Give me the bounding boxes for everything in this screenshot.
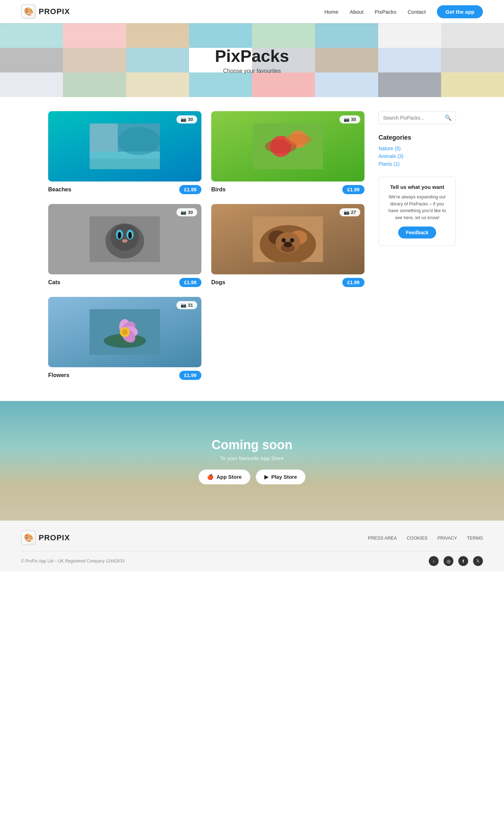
app-store-button[interactable]: 🍎 App Store: [199, 470, 250, 484]
search-icon[interactable]: 🔍: [445, 114, 452, 121]
pack-image-beaches: 📷 30: [48, 111, 201, 182]
nav-pixpacks[interactable]: PixPacks: [375, 9, 396, 15]
hero-cell: [126, 48, 189, 72]
svg-rect-2: [90, 123, 118, 152]
pack-badge-birds: 📷 30: [340, 115, 360, 123]
category-animals[interactable]: Animals (3): [379, 153, 456, 159]
instagram-icon[interactable]: ◎: [444, 556, 453, 566]
hero-cell: [189, 23, 252, 48]
hero-cell: [315, 23, 378, 48]
footer-cookies[interactable]: COOKIES: [407, 535, 427, 541]
hero-cell: [0, 23, 63, 48]
pack-footer-birds: Birds £1.99: [211, 185, 364, 194]
packs-grid: 📷 30 Beaches £1.99: [48, 111, 364, 380]
hero-cell: [441, 23, 504, 48]
pack-price-dogs[interactable]: £1.99: [342, 278, 364, 287]
footer-logo[interactable]: 🎨 PROPIX: [21, 530, 70, 545]
svg-rect-4: [90, 159, 160, 169]
hero-cell: [315, 72, 378, 97]
footer-privacy[interactable]: PRIVACY: [437, 535, 457, 541]
hero-cell: [252, 72, 315, 97]
pack-name-flowers: Flowers: [48, 372, 69, 378]
pack-price-cats[interactable]: £1.99: [179, 278, 201, 287]
main-content: 📷 30 Beaches £1.99: [27, 97, 477, 394]
pack-footer-beaches: Beaches £1.99: [48, 185, 201, 194]
categories-section: Categories Nature (5) Animals (3) Plants…: [379, 134, 456, 167]
get-app-button[interactable]: Get the app: [437, 5, 483, 18]
facebook-icon[interactable]: f: [458, 556, 468, 566]
category-plants[interactable]: Plants (1): [379, 161, 456, 167]
pack-image-flowers: 📷 31: [48, 297, 201, 367]
camera-icon: 📷: [344, 117, 349, 122]
hero-banner: PixPacks Choose your favourites: [0, 23, 504, 97]
hero-cell: [378, 72, 441, 97]
hero-cell: [441, 48, 504, 72]
tell-text: We're always expanding our library of Pi…: [386, 193, 448, 221]
sidebar: 🔍 Categories Nature (5) Animals (3) Plan…: [379, 111, 456, 380]
coming-soon-content: Coming soon To your favourite App Store …: [199, 438, 305, 484]
pack-count-cats: 30: [188, 210, 193, 215]
footer-bottom: © ProPix App Ltd – UK Registered Company…: [21, 551, 483, 566]
logo[interactable]: 🎨 PROPIX: [21, 4, 70, 19]
footer-top: 🎨 PROPIX PRESS AREA COOKIES PRIVACY TERM…: [21, 530, 483, 551]
store-buttons: 🍎 App Store ▶ Play Store: [199, 470, 305, 484]
svg-point-15: [118, 232, 121, 239]
category-nature[interactable]: Nature (5): [379, 146, 456, 151]
pack-count-flowers: 31: [188, 303, 193, 308]
pack-image-cats: 📷 30: [48, 204, 201, 274]
tiktok-icon[interactable]: ♪: [429, 556, 439, 566]
pack-image-birds: 📷 30: [211, 111, 364, 182]
footer-logo-text: PROPIX: [39, 533, 70, 542]
search-box[interactable]: 🔍: [379, 111, 456, 124]
footer-terms[interactable]: TERMS: [467, 535, 483, 541]
pack-badge-beaches: 📷 30: [176, 115, 197, 123]
pack-card-cats[interactable]: 📷 30 Cats £1.99: [48, 204, 201, 287]
pack-name-dogs: Dogs: [211, 279, 225, 286]
hero-title: PixPacks: [215, 46, 289, 66]
footer-copyright: © ProPix App Ltd – UK Registered Company…: [21, 559, 124, 564]
camera-icon: 📷: [181, 303, 186, 308]
hero-cell: [126, 72, 189, 97]
pack-image-dogs: 📷 27: [211, 204, 364, 274]
play-icon: ▶: [264, 474, 269, 480]
camera-icon: 📷: [181, 117, 186, 122]
pack-price-birds[interactable]: £1.99: [342, 185, 364, 194]
hero-cell: [378, 48, 441, 72]
pack-card-beaches[interactable]: 📷 30 Beaches £1.99: [48, 111, 201, 194]
apple-icon: 🍎: [207, 474, 214, 480]
nav-home[interactable]: Home: [324, 9, 338, 15]
search-input[interactable]: [383, 115, 445, 121]
twitter-icon[interactable]: 𝕏: [473, 556, 483, 566]
svg-point-12: [111, 224, 139, 251]
pack-footer-dogs: Dogs £1.99: [211, 278, 364, 287]
svg-point-3: [118, 127, 160, 155]
feedback-button[interactable]: Feedback: [398, 227, 437, 238]
nav-about[interactable]: About: [350, 9, 363, 15]
nav-contact[interactable]: Contact: [408, 9, 426, 15]
play-store-label: Play Store: [271, 474, 297, 480]
pack-name-beaches: Beaches: [48, 186, 71, 193]
camera-icon: 📷: [181, 210, 186, 215]
pack-card-birds[interactable]: 📷 30 Birds £1.99: [211, 111, 364, 194]
hero-cell: [189, 72, 252, 97]
hero-cell: [63, 23, 126, 48]
hero-cell: [441, 72, 504, 97]
footer-links: PRESS AREA COOKIES PRIVACY TERMS: [368, 535, 483, 541]
svg-point-24: [282, 238, 286, 242]
pack-price-beaches[interactable]: £1.99: [179, 185, 201, 194]
svg-point-16: [128, 232, 132, 239]
coming-soon-subtitle: To your favourite App Store: [199, 455, 305, 461]
footer-press-area[interactable]: PRESS AREA: [368, 535, 397, 541]
hero-cell: [252, 23, 315, 48]
hero-cell: [0, 48, 63, 72]
pack-card-flowers[interactable]: 📷 31 Flowers £1.99: [48, 297, 201, 380]
pack-count-dogs: 27: [351, 210, 356, 215]
hero-cell: [126, 23, 189, 48]
hero-cell: [315, 48, 378, 72]
logo-text: PROPIX: [39, 7, 70, 16]
play-store-button[interactable]: ▶ Play Store: [256, 470, 305, 484]
pack-price-flowers[interactable]: £1.99: [179, 371, 201, 380]
pack-card-dogs[interactable]: 📷 27 Dogs £1.99: [211, 204, 364, 287]
svg-point-35: [122, 329, 128, 335]
pack-badge-dogs: 📷 27: [340, 208, 360, 216]
